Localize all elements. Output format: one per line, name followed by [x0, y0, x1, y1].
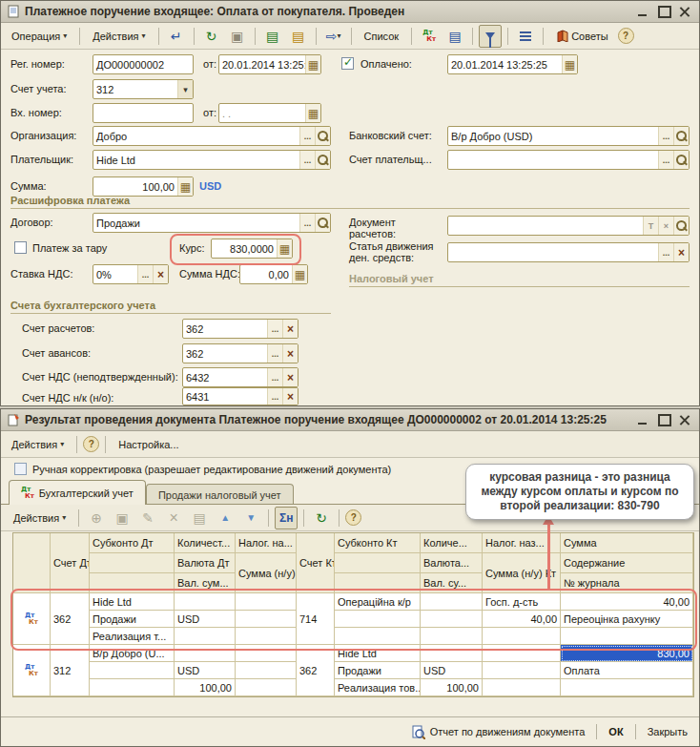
payer-account-input[interactable]: ... [447, 150, 690, 170]
table-cell[interactable] [335, 611, 421, 628]
close-icon[interactable] [678, 6, 691, 17]
refresh-table-button[interactable]: ↻ [310, 507, 333, 529]
table-header-cell[interactable] [90, 553, 175, 573]
table-cell[interactable]: 40,00 [561, 593, 693, 611]
table-actions-menu[interactable]: Действия▾ [7, 509, 72, 527]
settings-button[interactable]: Настройка... [112, 436, 185, 453]
tare-payment-checkbox[interactable] [14, 241, 27, 254]
edit-row-button[interactable]: ✎ [136, 507, 159, 529]
table-header-cell[interactable]: Количест... [175, 533, 236, 553]
table-cell[interactable] [175, 628, 236, 645]
table-cell[interactable] [561, 628, 693, 645]
tab-accounting[interactable]: ДтКт Бухгалтерский учет [9, 480, 146, 505]
table-header-cell[interactable]: Субконто Дт [90, 533, 175, 553]
magnifier-icon[interactable] [315, 151, 330, 169]
sum-input[interactable]: 100,00▦ [93, 176, 194, 197]
table-header-cell[interactable]: Счет Кт [297, 533, 335, 593]
chevron-down-icon[interactable]: ▾ [177, 80, 193, 98]
table-cell[interactable]: 362 [51, 593, 90, 645]
table-cell[interactable] [421, 645, 483, 662]
table-cell[interactable] [335, 628, 421, 645]
table-cell[interactable]: Hide Ltd [90, 593, 175, 611]
clear-icon[interactable]: × [282, 320, 298, 338]
table-header-cell[interactable]: Вал. сум... [175, 573, 236, 593]
ellipsis-icon[interactable]: ... [658, 151, 673, 169]
refresh-button[interactable]: ↻ [200, 25, 223, 48]
magnifier-icon[interactable] [315, 214, 330, 232]
account-select[interactable]: 312▾ [93, 79, 194, 99]
table-cell[interactable] [483, 628, 561, 645]
report-structure-button[interactable]: ▤ [443, 25, 466, 48]
movements-report-button[interactable]: Отчет по движениям документа [407, 723, 589, 741]
output-button[interactable]: ⇨▾ [322, 25, 345, 48]
bank-account-input[interactable]: В/р Добро (USD)... [447, 126, 690, 146]
table-header-cell[interactable] [90, 573, 175, 593]
help-icon[interactable]: ? [345, 509, 361, 526]
vat-sum-input[interactable]: 0,00▦ [239, 264, 308, 284]
table-cell[interactable]: В/р Добро (U... [90, 645, 175, 662]
vat-unconfirmed-account-input[interactable]: 6432...× [182, 367, 299, 387]
window1-titlebar[interactable]: Платежное поручение входящее: Оплата от … [1, 1, 699, 23]
calendar-icon[interactable]: ▦ [562, 55, 577, 73]
tab-sales-tax[interactable]: Продажи налоговый учет [146, 484, 294, 505]
filter-button[interactable] [479, 25, 502, 48]
table-cell[interactable]: Реализация т... [90, 628, 175, 645]
save-close-button[interactable]: ↵ [165, 25, 188, 48]
table-header-cell[interactable]: Сумма (н/у) Дт [236, 553, 297, 593]
settlement-account-input[interactable]: 362...× [182, 319, 299, 339]
table-cell[interactable]: Госп. д-сть [483, 593, 561, 611]
clear-icon[interactable]: × [673, 243, 689, 261]
cash-flow-item-input[interactable]: ...× [447, 242, 690, 262]
magnifier-icon[interactable] [315, 127, 330, 145]
reg-number-input[interactable]: ДО000000002 [93, 54, 194, 74]
table-header-cell[interactable]: Субконто Кт [335, 533, 421, 553]
ellipsis-icon[interactable]: ... [137, 265, 153, 283]
sigma-totals-button[interactable]: Σн [275, 507, 298, 529]
table-cell[interactable]: 714 [297, 593, 335, 645]
table-cell[interactable] [175, 593, 236, 611]
ellipsis-icon[interactable]: ... [299, 214, 315, 232]
ellipsis-icon[interactable]: ... [267, 320, 282, 338]
organization-input[interactable]: Добро... [93, 126, 331, 146]
paid-checkbox[interactable]: ✓ [341, 57, 354, 70]
table-cell[interactable]: USD [421, 662, 483, 679]
table-cell[interactable]: 830,00 [561, 645, 693, 662]
minimize-icon[interactable] [636, 414, 649, 425]
calendar-icon[interactable]: ▦ [305, 104, 320, 122]
table-cell[interactable] [236, 611, 297, 628]
advance-account-input[interactable]: 362...× [182, 343, 299, 363]
contract-input[interactable]: Продажи... [93, 213, 331, 233]
post-document-button[interactable]: ▤ [261, 25, 284, 48]
table-header-cell[interactable]: Сумма [561, 533, 693, 553]
magnifier-icon[interactable] [673, 151, 689, 169]
ellipsis-icon[interactable]: ... [658, 243, 673, 261]
table-cell[interactable]: USD [175, 611, 236, 628]
magnifier-icon[interactable] [673, 127, 689, 145]
calendar-icon[interactable]: ▦ [305, 55, 320, 73]
maximize-icon[interactable] [657, 414, 670, 425]
incoming-date-input[interactable]: . .▦ [218, 103, 321, 123]
help-icon[interactable]: ? [618, 28, 634, 44]
calculator-icon[interactable]: ▦ [177, 177, 193, 196]
save-order-button[interactable]: ▤ [188, 507, 211, 529]
magnifier-icon[interactable] [673, 217, 689, 235]
table-cell[interactable] [90, 679, 175, 696]
dtkt-postings-button[interactable]: ДтКт [418, 25, 441, 48]
list-button[interactable]: Список [358, 28, 406, 45]
table-header-cell[interactable] [13, 533, 51, 593]
table-cell[interactable] [483, 662, 561, 679]
table-cell[interactable]: Оплата [561, 662, 693, 679]
actions-menu[interactable]: Действия▾ [5, 436, 71, 453]
table-cell[interactable] [236, 662, 297, 679]
table-cell[interactable] [483, 679, 561, 696]
ellipsis-icon[interactable]: ... [267, 368, 282, 386]
window2-titlebar[interactable]: Результат проведения документа Платежное… [1, 409, 699, 431]
table-cell[interactable]: ДтКт [13, 593, 51, 645]
table-cell[interactable]: Переоцінка рахунку [561, 611, 693, 628]
paid-date-input[interactable]: 20.01.2014 13:25:25▦ [447, 54, 578, 74]
table-header-cell[interactable]: № журнала [561, 573, 693, 593]
close-icon[interactable] [678, 414, 691, 425]
add-row-button[interactable]: ⊕ [85, 507, 108, 529]
document-date-input[interactable]: 20.01.2014 13:25:25▦ [218, 54, 321, 74]
table-header-cell[interactable] [335, 573, 421, 593]
